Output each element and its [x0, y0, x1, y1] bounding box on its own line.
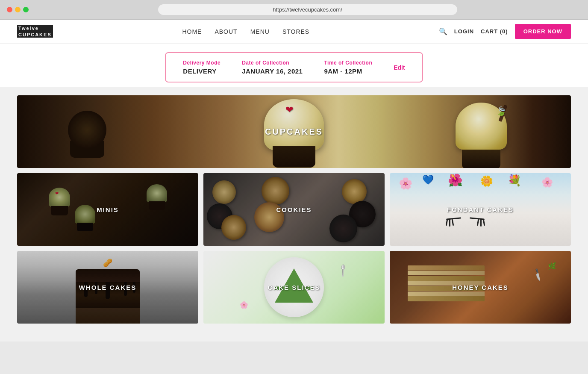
address-bar-wrapper: https://twelvecupcakes.com/: [34, 4, 581, 15]
logo-line2: CUPCAKES: [17, 32, 53, 38]
cupcakes-label: CUPCAKES: [17, 95, 571, 168]
category-row-1: ❤ MINIS: [17, 173, 571, 246]
time-label: Time of Collection: [324, 60, 372, 66]
category-cookies[interactable]: COOKIES: [203, 173, 385, 246]
date-value: JANUARY 16, 2021: [242, 68, 303, 75]
category-whole-cakes[interactable]: 🥜: [17, 251, 198, 324]
date-field: Date of Collection JANUARY 16, 2021: [242, 60, 303, 75]
time-field: Time of Collection 9AM - 12PM: [324, 60, 372, 75]
delivery-mode-field: Delivery Mode DELIVERY: [183, 60, 220, 75]
cookies-label: COOKIES: [203, 173, 385, 246]
header-right: 🔍 LOGIN CART (0) ORDER NOW: [439, 24, 571, 39]
header: Twelve CUPCAKES HOME ABOUT MENU STORES 🔍…: [0, 20, 588, 44]
cart-button[interactable]: CART (0): [481, 28, 508, 35]
search-icon[interactable]: 🔍: [439, 27, 447, 35]
edit-link[interactable]: Edit: [394, 64, 405, 71]
logo-line1: Twelve: [17, 25, 53, 31]
category-row-2: 🥜: [17, 251, 571, 324]
maximize-button[interactable]: [23, 7, 29, 12]
category-cupcakes[interactable]: ❤ 🍃 CUPCAKES: [17, 95, 571, 168]
minimize-button[interactable]: [15, 7, 21, 12]
time-value: 9AM - 12PM: [324, 68, 372, 75]
category-cake-slices[interactable]: 🥄 🌸 CAKE SLICES: [203, 251, 385, 324]
order-now-button[interactable]: ORDER NOW: [515, 24, 571, 39]
cake-slices-label: CAKE SLICES: [203, 251, 385, 324]
nav-menu[interactable]: MENU: [250, 28, 270, 35]
delivery-mode-label: Delivery Mode: [183, 60, 220, 66]
honey-cakes-label: HONEY CAKES: [390, 251, 571, 324]
fondant-label: FONDANT CAKES: [390, 173, 571, 246]
minis-label: MINIS: [17, 173, 198, 246]
browser-chrome: https://twelvecupcakes.com/: [0, 0, 588, 20]
delivery-box: Delivery Mode DELIVERY Date of Collectio…: [165, 52, 423, 82]
login-button[interactable]: LOGIN: [454, 28, 474, 35]
category-minis[interactable]: ❤ MINIS: [17, 173, 198, 246]
nav-stores[interactable]: STORES: [282, 28, 309, 35]
date-label: Date of Collection: [242, 60, 303, 66]
nav-about[interactable]: ABOUT: [215, 28, 237, 35]
whole-cakes-label: WHOLE CAKES: [17, 251, 198, 324]
traffic-lights: [7, 7, 29, 12]
address-bar[interactable]: https://twelvecupcakes.com/: [158, 4, 457, 15]
category-fondant[interactable]: 🌸 💙 🌺 🌼 💐 🌸: [390, 173, 571, 246]
page: Twelve CUPCAKES HOME ABOUT MENU STORES 🔍…: [0, 20, 588, 342]
category-honey-cakes[interactable]: 🔪 🌿 HONEY CAKES: [390, 251, 571, 324]
delivery-mode-value: DELIVERY: [183, 68, 220, 75]
delivery-banner: Delivery Mode DELIVERY Date of Collectio…: [0, 44, 588, 87]
categories-section: ❤ 🍃 CUPCAKES: [0, 87, 588, 342]
nav-home[interactable]: HOME: [182, 28, 202, 35]
close-button[interactable]: [7, 7, 12, 12]
logo[interactable]: Twelve CUPCAKES: [17, 25, 53, 37]
main-nav: HOME ABOUT MENU STORES: [182, 28, 309, 35]
